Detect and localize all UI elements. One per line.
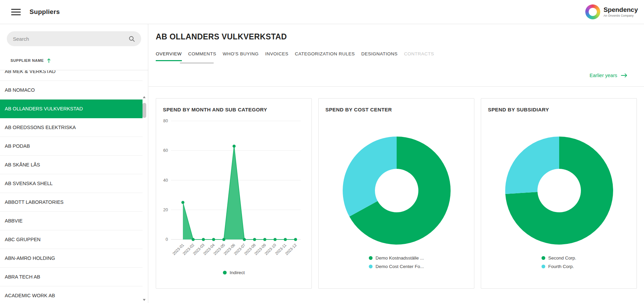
tab-overview[interactable]: OVERVIEW (156, 51, 182, 61)
menu-icon[interactable] (11, 7, 21, 17)
donut-legend: Demo Kostnadsställe ...Demo Cost Center … (319, 255, 474, 269)
section-divider (149, 86, 644, 87)
search-field[interactable] (7, 31, 141, 46)
supplier-list-item[interactable]: ABN-AMRO HOLDING (0, 249, 143, 268)
card-title: SPEND BY MONTH AND SUB CATEGORY (163, 107, 267, 112)
app-section-title: Suppliers (30, 8, 60, 16)
sort-ascending-icon (47, 58, 51, 63)
card-title: SPEND BY SUBSIDIARY (488, 107, 549, 112)
supplier-list-item[interactable]: ABC GRUPPEN (0, 230, 143, 249)
legend-item[interactable]: Second Corp. (542, 255, 576, 261)
tab-categorization-rules[interactable]: CATEGORIZATION RULES (295, 51, 355, 61)
supplier-list-item[interactable]: AB OLLANDERS VULKVERKSTAD (0, 100, 143, 118)
donut-chart-svg (319, 131, 475, 250)
supplier-list-item[interactable]: AB OREDSSONS ELEKTRISKA (0, 118, 143, 137)
brand-name: Spendency (604, 6, 638, 14)
svg-text:40: 40 (163, 178, 168, 183)
supplier-list-item[interactable]: AB NOMACO (0, 81, 143, 100)
card-spend-by-subsidiary: SPEND BY SUBSIDIARY Second Corp.Fourth C… (481, 98, 637, 289)
supplier-name-sort[interactable]: SUPPLIER NAME (0, 51, 148, 70)
tab-comments[interactable]: COMMENTS (188, 51, 216, 61)
legend-dot (369, 256, 373, 260)
supplier-list-item[interactable]: ABBOTT LABORATORIES (0, 193, 143, 212)
legend-dot (542, 256, 545, 260)
dashboard-cards: SPEND BY MONTH AND SUB CATEGORY 02040608… (156, 98, 637, 289)
scroll-up-icon[interactable] (143, 96, 146, 98)
top-bar: Suppliers Spendency An Onventis Company (0, 0, 644, 24)
svg-text:0: 0 (166, 237, 168, 242)
supplier-list-viewport: AB MEK & VERKSTADAB NOMACOAB OLLANDERS V… (0, 70, 143, 303)
tabstrip-scrollbar-thumb[interactable] (180, 62, 214, 64)
search-icon[interactable] (129, 36, 135, 42)
donut-chart-svg (481, 131, 637, 250)
sort-header-label: SUPPLIER NAME (11, 58, 44, 63)
main-content: AB OLLANDERS VULKVERKSTAD OVERVIEWCOMMEN… (149, 24, 644, 303)
tab-bar: OVERVIEWCOMMENTSWHO'S BUYINGINVOICESCATE… (156, 51, 434, 61)
legend-dot (369, 265, 373, 268)
svg-text:20: 20 (163, 208, 168, 212)
earlier-years-label: Earlier years (590, 73, 617, 78)
supplier-list-item[interactable]: AB SKÅNE LÅS (0, 156, 143, 174)
arrow-right-icon (621, 73, 628, 78)
card-spend-by-cost-center: SPEND BY COST CENTER Demo Kostnadsställe… (318, 98, 474, 289)
sidebar-scrollbar[interactable] (142, 96, 146, 301)
supplier-sidebar: SUPPLIER NAME AB MEK & VERKSTADAB NOMACO… (0, 24, 148, 303)
legend-label: Fourth Corp. (548, 264, 574, 269)
supplier-list-item[interactable]: ACADEMIC WORK AB (0, 286, 143, 303)
svg-text:2023-10: 2023-10 (264, 243, 277, 256)
supplier-list: AB MEK & VERKSTADAB NOMACOAB OLLANDERS V… (0, 70, 143, 303)
area-chart-svg: 0204060802023-012023-022023-032023-04202… (159, 117, 309, 264)
legend-label: Demo Cost Center Fo... (376, 264, 424, 269)
supplier-list-item[interactable]: AB SVENSKA SHELL (0, 174, 143, 193)
sidebar-scrollbar-thumb[interactable] (143, 103, 146, 118)
tab-who-s-buying[interactable]: WHO'S BUYING (223, 51, 259, 61)
svg-text:60: 60 (163, 148, 168, 153)
card-spend-by-month: SPEND BY MONTH AND SUB CATEGORY 02040608… (156, 98, 312, 289)
spendency-logo-icon (585, 4, 600, 19)
page-title: AB OLLANDERS VULKVERKSTAD (156, 32, 287, 41)
scroll-down-icon[interactable] (143, 299, 146, 301)
svg-text:2023-12: 2023-12 (284, 243, 297, 256)
legend-item[interactable]: Indirect (156, 270, 311, 275)
supplier-list-item[interactable]: ABRA TECH AB (0, 268, 143, 286)
legend-label: Demo Kostnadsställe ... (376, 255, 424, 261)
legend-label: Second Corp. (548, 255, 576, 261)
svg-text:80: 80 (163, 119, 168, 123)
donut-legend: Second Corp.Fourth Corp. (481, 255, 637, 269)
tab-contracts[interactable]: CONTRACTS (404, 51, 434, 61)
earlier-years-link[interactable]: Earlier years (590, 73, 628, 78)
search-input[interactable] (13, 36, 129, 42)
brand-tagline: An Onventis Company (604, 14, 638, 17)
legend-item[interactable]: Fourth Corp. (542, 264, 574, 269)
legend-dot (223, 271, 227, 274)
legend-dot (542, 265, 545, 268)
card-title: SPEND BY COST CENTER (325, 107, 392, 112)
legend-item[interactable]: Demo Kostnadsställe ... (369, 255, 424, 261)
brand-logo: Spendency An Onventis Company (585, 0, 638, 24)
tab-designations[interactable]: DESIGNATIONS (361, 51, 398, 61)
supplier-list-item[interactable]: ABBVIE (0, 212, 143, 230)
legend-item[interactable]: Demo Cost Center Fo... (369, 264, 424, 269)
tab-invoices[interactable]: INVOICES (265, 51, 288, 61)
supplier-list-item[interactable]: AB PODAB (0, 137, 143, 156)
legend-label: Indirect (230, 270, 245, 275)
supplier-list-item[interactable]: AB MEK & VERKSTAD (0, 70, 143, 81)
